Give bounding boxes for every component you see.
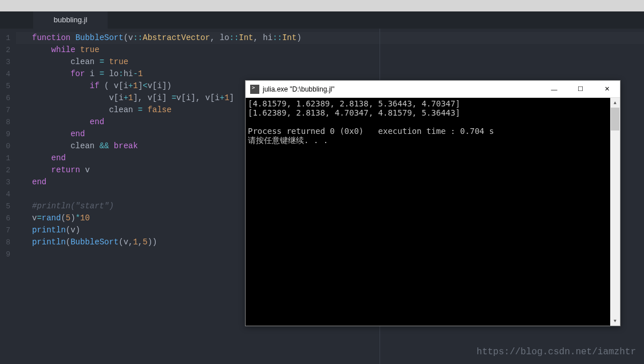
- scroll-thumb[interactable]: [611, 108, 619, 130]
- token: ]: [230, 93, 234, 102]
- token: println: [32, 238, 66, 247]
- console-line: [1.62389, 2.8138, 4.70347, 4.81579, 5.36…: [248, 108, 460, 117]
- line-number: 2: [0, 44, 16, 56]
- token: ]: [133, 93, 137, 102]
- token: 1: [138, 69, 143, 78]
- token: , v: [138, 93, 152, 102]
- token: +: [220, 93, 224, 102]
- terminal-icon: [250, 85, 259, 94]
- token: if: [90, 81, 100, 90]
- console-line: 请按任意键继续. . .: [248, 136, 328, 145]
- token: ): [297, 33, 301, 42]
- token: ::: [272, 33, 282, 42]
- token: (: [66, 238, 70, 247]
- console-output[interactable]: [4.81579, 1.62389, 2.8138, 5.36443, 4.70…: [246, 98, 610, 326]
- line-number: 4: [0, 68, 16, 80]
- token: 1: [224, 93, 229, 102]
- token: v: [148, 81, 152, 90]
- token: 5: [66, 213, 70, 223]
- console-line: [4.81579, 1.62389, 2.8138, 5.36443, 4.70…: [248, 99, 460, 108]
- token: [32, 165, 52, 175]
- token: break: [114, 141, 138, 151]
- token: end: [52, 153, 66, 163]
- console-window: julia.exe "D:\bubbling.jl" — ☐ ✕ [4.8157…: [245, 80, 621, 326]
- token: Int: [239, 33, 253, 42]
- token: [109, 141, 113, 151]
- token: [32, 129, 70, 139]
- line-number: 1: [0, 32, 16, 44]
- token: [100, 81, 104, 90]
- token: =: [172, 93, 176, 102]
- token: (: [124, 33, 128, 42]
- token: return: [52, 165, 80, 175]
- window-top-bar: [0, 0, 644, 11]
- token: ::: [230, 33, 239, 42]
- token: =: [37, 213, 41, 223]
- token: [167, 93, 171, 102]
- token: lo: [104, 69, 118, 78]
- token: AbstractVector: [143, 33, 210, 42]
- token: i: [118, 93, 123, 102]
- console-line: Process returned 0 (0x0) execution time …: [248, 126, 494, 136]
- code-line[interactable]: clean = true: [16, 56, 644, 68]
- token: [70, 33, 75, 42]
- token: [32, 117, 90, 126]
- line-number: 0: [0, 140, 16, 152]
- token: ): [70, 213, 75, 223]
- token: *: [76, 213, 80, 223]
- watermark: https://blog.csdn.net/iamzhtr: [477, 347, 636, 357]
- token: hi: [124, 69, 133, 78]
- scroll-up-arrow[interactable]: ▲: [610, 98, 620, 108]
- token: [143, 105, 147, 114]
- console-title: julia.exe "D:\bubbling.jl": [263, 85, 334, 93]
- token: [32, 153, 52, 163]
- token: (: [61, 213, 65, 223]
- token: rand: [42, 213, 61, 223]
- window-controls: — ☐ ✕: [541, 81, 620, 98]
- token: (: [118, 238, 123, 247]
- token: +: [124, 93, 128, 102]
- token: end: [32, 177, 46, 187]
- token: ::: [133, 33, 143, 42]
- token: end: [70, 129, 85, 139]
- token: 10: [80, 213, 90, 223]
- token: [: [181, 93, 186, 102]
- token: , hi: [254, 33, 273, 42]
- token: #println("start"): [32, 201, 114, 211]
- token: v: [70, 225, 75, 235]
- tab-bubbling[interactable]: bubbling.jl: [33, 11, 108, 29]
- line-number: 4: [0, 188, 16, 200]
- token: ]): [162, 81, 172, 90]
- token: (: [66, 225, 70, 235]
- token: [32, 81, 90, 90]
- code-line[interactable]: for i = lo:hi-1: [16, 68, 644, 80]
- token: [76, 45, 80, 54]
- token: [: [114, 93, 118, 102]
- token: [: [118, 81, 123, 90]
- line-number: 3: [0, 176, 16, 188]
- token: true: [80, 45, 100, 54]
- close-button[interactable]: ✕: [594, 81, 620, 98]
- token: function: [32, 33, 70, 42]
- line-number: 6: [0, 212, 16, 224]
- token: [32, 45, 52, 54]
- scroll-down-arrow[interactable]: ▼: [610, 316, 620, 326]
- token: 1: [133, 238, 137, 247]
- maximize-button[interactable]: ☐: [567, 81, 594, 98]
- token: BubbleSort: [76, 33, 124, 42]
- console-scrollbar[interactable]: ▲ ▼: [610, 98, 620, 326]
- token: i: [215, 93, 219, 102]
- token: v: [80, 165, 90, 175]
- line-number: 3: [0, 56, 16, 68]
- token: i: [157, 93, 161, 102]
- line-number: 1: [0, 152, 16, 164]
- code-line[interactable]: function BubbleSort(v::AbstractVector, l…: [16, 32, 644, 44]
- token: 5: [143, 238, 147, 247]
- token: println: [32, 225, 66, 235]
- token: v: [176, 93, 181, 102]
- token: i: [85, 69, 99, 78]
- code-line[interactable]: while true: [16, 44, 644, 56]
- console-titlebar[interactable]: julia.exe "D:\bubbling.jl" — ☐ ✕: [246, 81, 620, 98]
- token: false: [148, 105, 172, 114]
- minimize-button[interactable]: —: [541, 81, 567, 98]
